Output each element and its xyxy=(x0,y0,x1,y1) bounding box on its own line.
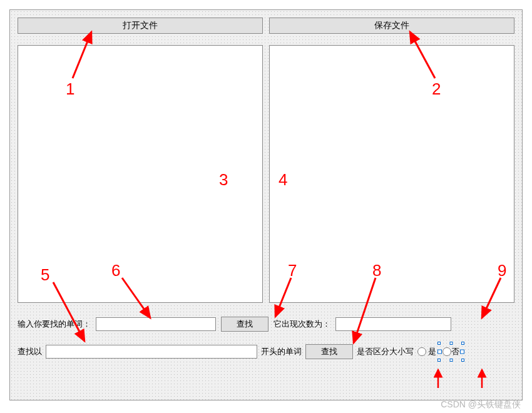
top-button-row: 打开文件 保存文件 xyxy=(18,18,514,34)
prefix-input[interactable] xyxy=(46,345,257,359)
text-panels xyxy=(18,45,514,303)
search-prefix-button[interactable]: 查找 xyxy=(305,344,353,359)
case-sensitive-label: 是否区分大小写 xyxy=(357,346,414,357)
prefix-left-label: 查找以 xyxy=(18,346,42,357)
radio-yes-wrap: 是 xyxy=(417,346,436,357)
open-file-button[interactable]: 打开文件 xyxy=(18,18,263,34)
save-file-button[interactable]: 保存文件 xyxy=(269,18,514,34)
word-input[interactable] xyxy=(96,317,216,331)
left-text-panel[interactable] xyxy=(18,45,263,303)
count-output[interactable] xyxy=(335,317,451,331)
input-word-label: 输入你要找的单词： xyxy=(18,319,91,330)
count-label: 它出现次数为： xyxy=(274,319,330,330)
prefix-search-row: 查找以 开头的单词 查找 是否区分大小写 是 否 xyxy=(18,344,514,359)
radio-no-label: 否 xyxy=(451,346,459,357)
watermark: CSDN @头铁键盘侠 xyxy=(441,399,521,410)
radio-no-wrap-selected: 否 xyxy=(440,345,462,359)
radio-yes[interactable] xyxy=(417,347,426,356)
prefix-right-label: 开头的单词 xyxy=(261,346,302,357)
radio-no[interactable] xyxy=(442,347,451,356)
search-word-row: 输入你要找的单词： 查找 它出现次数为： xyxy=(18,317,514,332)
search-word-button[interactable]: 查找 xyxy=(221,317,269,332)
right-text-panel[interactable] xyxy=(269,45,514,303)
form-container: 打开文件 保存文件 输入你要找的单词： 查找 它出现次数为： 查找以 开头的单词… xyxy=(9,9,523,400)
radio-yes-label: 是 xyxy=(428,346,436,357)
